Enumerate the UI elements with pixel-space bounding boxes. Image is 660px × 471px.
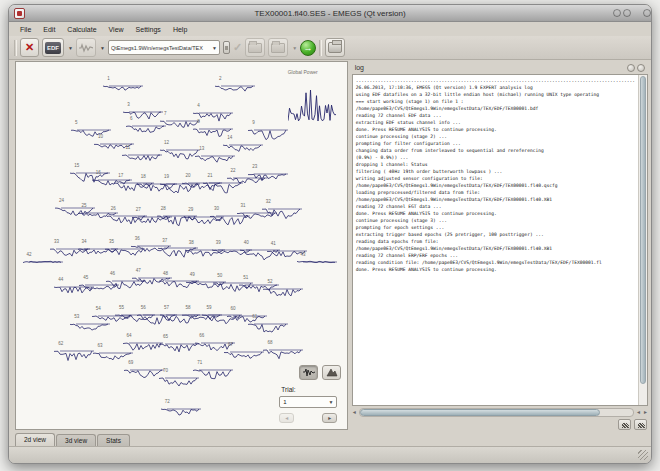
channel-plot[interactable]: 12 bbox=[160, 142, 200, 161]
folder-icon bbox=[248, 43, 262, 53]
close-file-button[interactable]: ✕ bbox=[20, 38, 39, 57]
next-trial-button[interactable]: ► bbox=[322, 413, 337, 423]
channel-plot[interactable]: 67 bbox=[224, 343, 264, 362]
scroll-right-arrow-icon[interactable]: ► bbox=[643, 409, 648, 415]
path-combobox[interactable]: QtEmegs1.9Win/emegsTestData/TEX ▼ bbox=[108, 40, 220, 55]
maximize-button[interactable] bbox=[623, 9, 631, 17]
main-content: 1234567891011121314151617181920212223242… bbox=[9, 61, 651, 430]
channel-plot[interactable]: 68 bbox=[263, 341, 303, 360]
menu-settings[interactable]: Settings bbox=[130, 25, 167, 34]
sensor-2d-view[interactable]: 1234567891011121314151617181920212223242… bbox=[15, 61, 348, 430]
channel-label: 12 bbox=[164, 141, 169, 145]
filter-dropdown-icon[interactable]: ▼ bbox=[100, 45, 105, 51]
channel-waveform bbox=[23, 259, 63, 273]
channel-label: 1 bbox=[107, 76, 110, 80]
channel-label: 26 bbox=[111, 206, 116, 210]
waveform-icon bbox=[79, 43, 93, 53]
channel-plot[interactable]: 72 bbox=[161, 400, 201, 419]
channel-plot[interactable]: 32 bbox=[262, 200, 302, 219]
channel-label: 14 bbox=[227, 136, 232, 140]
menu-edit[interactable]: Edit bbox=[37, 25, 61, 34]
print-button[interactable] bbox=[325, 38, 345, 57]
menu-file[interactable]: File bbox=[14, 25, 37, 34]
scrollbar-thumb[interactable] bbox=[640, 76, 646, 384]
channel-plot[interactable]: 65 bbox=[159, 335, 199, 354]
channel-waveform bbox=[223, 142, 263, 156]
channel-waveform bbox=[54, 347, 94, 361]
channel-plot[interactable]: 1 bbox=[103, 77, 143, 96]
menu-view[interactable]: View bbox=[103, 25, 130, 34]
log-horizontal-scrollbar[interactable] bbox=[359, 408, 634, 417]
export-button[interactable] bbox=[268, 38, 288, 57]
channel-plot[interactable]: 2 bbox=[215, 78, 255, 97]
dock-float-button[interactable] bbox=[627, 64, 635, 72]
tab-3d-view[interactable]: 3d view bbox=[56, 434, 96, 446]
log-vertical-scrollbar[interactable] bbox=[638, 75, 647, 405]
toolbar-handle[interactable] bbox=[14, 40, 17, 56]
channel-label: 9 bbox=[252, 121, 255, 125]
resume-analysis-button[interactable]: → bbox=[300, 40, 316, 56]
sensor-config-icon[interactable] bbox=[223, 41, 230, 54]
log-tool-button-2[interactable] bbox=[634, 419, 647, 430]
global-power-inset[interactable]: Global Power bbox=[288, 69, 340, 128]
apply-check-icon[interactable]: ✓ bbox=[233, 41, 242, 54]
channel-plot[interactable]: 23 bbox=[248, 165, 288, 184]
average-view-button[interactable] bbox=[322, 365, 341, 380]
channel-label: 49 bbox=[190, 273, 195, 277]
channel-label: 63 bbox=[97, 343, 102, 347]
scrollbar-thumb[interactable] bbox=[360, 409, 601, 416]
trial-combobox[interactable]: 1 ▼ bbox=[279, 396, 337, 408]
edf-import-button[interactable]: EDF bbox=[42, 38, 64, 57]
channel-label: 59 bbox=[206, 305, 211, 309]
scroll-left-icon[interactable]: ◄ bbox=[352, 409, 357, 415]
trial-value: 1 bbox=[283, 399, 286, 405]
channel-label: 40 bbox=[244, 241, 249, 245]
open-file-button[interactable] bbox=[245, 38, 265, 57]
channel-plot[interactable]: 11 bbox=[122, 146, 162, 165]
window-title: TEX00001.fl40.SES - EMEGS (Qt version) bbox=[9, 5, 651, 22]
minimize-button[interactable] bbox=[613, 9, 621, 17]
waveform-view-button[interactable] bbox=[299, 365, 318, 380]
filter-button[interactable] bbox=[76, 38, 96, 57]
export-dropdown-icon[interactable]: ▼ bbox=[292, 45, 297, 51]
channel-label: 11 bbox=[126, 145, 131, 149]
erp-view-icon bbox=[303, 368, 315, 377]
tab-stats[interactable]: Stats bbox=[97, 434, 130, 446]
prev-trial-button[interactable]: ◄ bbox=[279, 413, 294, 423]
channel-label: 66 bbox=[199, 333, 204, 337]
channel-label: 38 bbox=[189, 241, 194, 245]
dock-close-button[interactable] bbox=[637, 64, 645, 72]
log-tool-button-1[interactable] bbox=[618, 419, 631, 430]
log-dock-header[interactable]: log bbox=[352, 61, 648, 74]
tab-2d-view[interactable]: 2d view bbox=[15, 433, 55, 446]
channel-label: 8 bbox=[197, 119, 200, 123]
channel-label: 37 bbox=[162, 238, 167, 242]
channel-plot[interactable]: 43 bbox=[297, 253, 337, 272]
global-power-label: Global Power bbox=[288, 69, 340, 75]
channel-label: 67 bbox=[228, 342, 233, 346]
channel-label: 69 bbox=[128, 361, 133, 365]
log-scroll-row: ◄ ◄ ► bbox=[352, 407, 648, 417]
menu-calculate[interactable]: Calculate bbox=[61, 25, 102, 34]
menu-help[interactable]: Help bbox=[167, 25, 193, 34]
edf-dropdown-icon[interactable]: ▼ bbox=[68, 45, 73, 51]
title-bar[interactable]: TEX00001.fl40.SES - EMEGS (Qt version) bbox=[9, 5, 651, 22]
close-button[interactable] bbox=[643, 9, 651, 17]
channel-plot[interactable]: 61 bbox=[248, 316, 288, 335]
channel-plot[interactable]: 14 bbox=[223, 137, 263, 156]
channel-plot[interactable]: 42 bbox=[23, 254, 63, 273]
channel-plot[interactable]: 52 bbox=[263, 280, 303, 299]
channel-label: 48 bbox=[163, 272, 168, 276]
channel-plot[interactable]: 62 bbox=[54, 342, 94, 361]
channel-label: 30 bbox=[214, 206, 219, 210]
channel-waveform bbox=[224, 348, 264, 362]
channel-label: 47 bbox=[136, 269, 141, 273]
channel-plot[interactable]: 64 bbox=[123, 334, 163, 353]
channel-label: 70 bbox=[163, 369, 168, 373]
resize-grip[interactable] bbox=[638, 450, 648, 460]
edf-icon: EDF bbox=[45, 42, 61, 54]
scroll-left-arrow-icon[interactable]: ◄ bbox=[636, 409, 641, 415]
toolbar: ✕ EDF ▼ ▼ QtEmegs1.9Win/emegsTestData/TE… bbox=[9, 36, 651, 60]
channel-plot[interactable]: 71 bbox=[193, 362, 233, 381]
channel-waveform bbox=[297, 258, 337, 272]
